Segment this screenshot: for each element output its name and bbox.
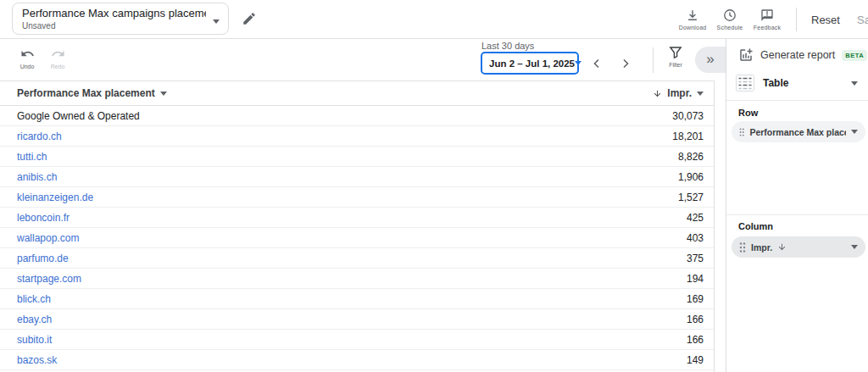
- report-status: Unsaved: [22, 21, 206, 31]
- undo-button[interactable]: Undo: [14, 47, 41, 69]
- edit-title-button[interactable]: [242, 11, 259, 28]
- placement-cell[interactable]: startpage.com: [17, 273, 81, 285]
- topbar-actions: Download Schedule Feedback Reset Save: [674, 0, 868, 39]
- redo-button[interactable]: Redo: [44, 47, 71, 69]
- report-settings-sidebar: Generate report BETA Table Row Performan…: [726, 39, 868, 372]
- beta-badge: BETA: [842, 50, 867, 61]
- drag-handle-icon: [739, 126, 744, 138]
- impressions-cell: 1,527: [678, 192, 704, 203]
- reset-button[interactable]: Reset: [804, 7, 848, 33]
- collapse-panel-button[interactable]: »: [695, 47, 726, 73]
- date-range-picker[interactable]: Jun 2 – Jul 1, 2025: [481, 52, 579, 75]
- placement-cell[interactable]: wallapop.com: [17, 232, 79, 244]
- feedback-icon: [760, 8, 774, 22]
- report-title: Performance Max campaigns placement: [22, 7, 206, 19]
- placement-header-label: Performance Max placement: [17, 87, 155, 99]
- schedule-button[interactable]: Schedule: [711, 8, 748, 31]
- divider: [796, 8, 797, 31]
- impressions-cell: 166: [687, 334, 704, 346]
- feedback-button[interactable]: Feedback: [748, 8, 786, 31]
- table-row: blick.ch169: [0, 289, 714, 309]
- placement-cell[interactable]: anibis.ch: [17, 171, 57, 183]
- divider: [653, 47, 654, 73]
- impressions-cell: 425: [687, 212, 704, 224]
- double-chevron-right-icon: »: [706, 52, 714, 68]
- table-row: ricardo.ch18,201: [0, 126, 714, 147]
- table-row: wallapop.com403: [0, 228, 714, 248]
- add-chart-icon: [738, 47, 754, 63]
- chevron-down-icon: [213, 19, 220, 24]
- generate-report-label: Generate report: [760, 49, 835, 61]
- filter-label: Filter: [669, 62, 682, 68]
- placement-cell[interactable]: bazos.sk: [17, 354, 57, 366]
- placement-cell[interactable]: tutti.ch: [17, 151, 47, 163]
- report-table: Performance Max placement Impr. Google O…: [0, 81, 715, 372]
- schedule-label: Schedule: [717, 25, 743, 31]
- sort-descending-icon: [653, 89, 662, 98]
- placement-cell[interactable]: blick.ch: [17, 293, 51, 305]
- chevron-down-icon: [575, 61, 581, 65]
- date-range-value: Jun 2 – Jul 1, 2025: [489, 58, 575, 69]
- top-bar: Performance Max campaigns placement Unsa…: [0, 0, 868, 39]
- clock-icon: [723, 8, 737, 22]
- next-period-button[interactable]: [615, 52, 637, 75]
- table-row: parfumo.de375: [0, 248, 714, 269]
- table-row: Google Owned & Operated30,073: [0, 106, 714, 126]
- placement-cell[interactable]: parfumo.de: [17, 253, 69, 264]
- table-row: tutti.ch8,826: [0, 147, 714, 167]
- save-button[interactable]: Save: [849, 7, 868, 33]
- feedback-label: Feedback: [754, 25, 781, 31]
- impressions-cell: 1,906: [678, 171, 704, 183]
- chevron-down-icon: [851, 130, 858, 134]
- impressions-cell: 194: [687, 273, 704, 285]
- table-row: kleinanzeigen.de1,527: [0, 187, 714, 208]
- column-chip-label: Impr.: [751, 242, 772, 253]
- pencil-icon: [242, 11, 257, 26]
- download-button[interactable]: Download: [674, 8, 711, 31]
- table-row: anibis.ch1,906: [0, 167, 714, 187]
- table-row: leboncoin.fr425: [0, 208, 714, 228]
- column-metric-chip[interactable]: Impr.: [732, 236, 865, 258]
- placement-cell[interactable]: leboncoin.fr: [17, 212, 70, 224]
- placement-column-header[interactable]: Performance Max placement: [17, 87, 167, 99]
- chevron-down-icon: [851, 245, 858, 249]
- table-body: Google Owned & Operated30,073ricardo.ch1…: [0, 106, 714, 370]
- impressions-header-label: Impr.: [667, 87, 692, 99]
- impressions-cell: 166: [687, 314, 704, 325]
- chevron-left-icon: [592, 58, 602, 69]
- redo-label: Redo: [51, 64, 65, 69]
- undo-icon: [20, 47, 35, 61]
- redo-icon: [51, 47, 65, 61]
- impressions-cell: 18,201: [672, 130, 704, 142]
- table-header-row: Performance Max placement Impr.: [0, 81, 714, 106]
- impressions-cell: 30,073: [672, 110, 704, 122]
- placement-cell[interactable]: subito.it: [17, 334, 52, 346]
- chevron-right-icon: [620, 58, 631, 69]
- previous-period-button[interactable]: [586, 52, 608, 75]
- impressions-cell: 8,826: [678, 151, 704, 163]
- visualization-selector[interactable]: Table: [735, 71, 868, 95]
- divider: [726, 214, 868, 215]
- sort-descending-icon: [777, 242, 787, 252]
- drag-handle-icon: [739, 242, 746, 253]
- placement-cell[interactable]: ebay.ch: [17, 314, 52, 325]
- placement-cell[interactable]: kleinanzeigen.de: [17, 192, 93, 203]
- placement-cell[interactable]: ricardo.ch: [17, 130, 62, 142]
- undo-label: Undo: [20, 64, 35, 69]
- visualization-label: Table: [763, 77, 788, 89]
- row-dimension-chip[interactable]: Performance Max placement: [732, 121, 865, 142]
- filter-button[interactable]: Filter: [662, 46, 689, 68]
- download-label: Download: [679, 25, 707, 31]
- divider: [726, 100, 868, 101]
- filter-icon: [669, 46, 682, 59]
- toolbar: Undo Redo Last 30 days Jun 2 – Jul 1, 20…: [0, 39, 726, 81]
- report-title-dropdown[interactable]: Performance Max campaigns placement Unsa…: [12, 3, 229, 35]
- chevron-down-icon: [160, 92, 167, 96]
- generate-report-button[interactable]: Generate report BETA: [738, 47, 867, 63]
- column-section-label: Column: [738, 221, 773, 231]
- download-icon: [686, 8, 699, 22]
- impressions-cell: 375: [687, 253, 704, 264]
- impressions-column-header[interactable]: Impr.: [653, 87, 704, 99]
- impressions-cell: 403: [687, 232, 704, 244]
- chevron-down-icon: [851, 81, 858, 86]
